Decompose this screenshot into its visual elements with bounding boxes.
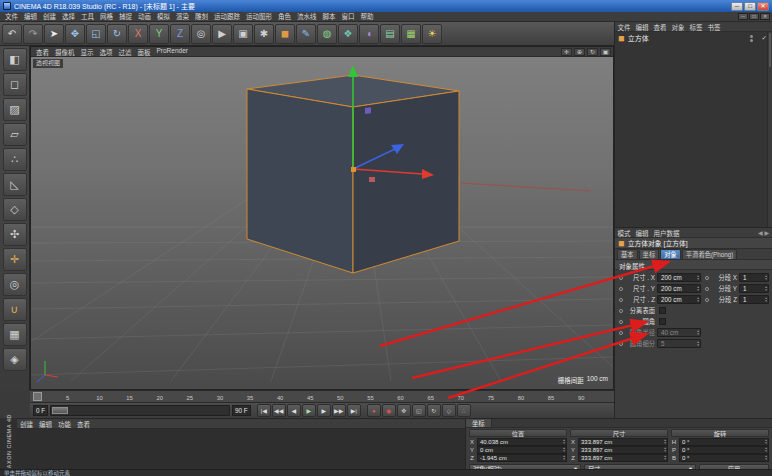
record-parameter-button[interactable]: ◇ (442, 404, 456, 417)
viewport-menu-item[interactable]: 面板 (135, 47, 154, 57)
goto-start-button[interactable]: |◀ (257, 404, 271, 417)
keyframe-dot-icon[interactable] (705, 298, 709, 302)
undo-icon[interactable]: ↶ (2, 24, 22, 44)
object-manager-menu-item[interactable]: 查看 (651, 22, 669, 32)
size-input[interactable]: 333.897 cm ▴▾ (578, 454, 668, 462)
segments-value[interactable]: 1 (743, 274, 765, 281)
size-input[interactable]: 333.897 cm ▴▾ (578, 438, 668, 446)
menu-item[interactable]: 动画 (135, 12, 154, 22)
light-icon[interactable]: ☀ (422, 24, 442, 44)
tweak-mode-icon[interactable]: ✣ (3, 223, 27, 246)
stepper-icon[interactable]: ▴▾ (697, 297, 699, 302)
previous-frame-button[interactable]: ◀ (287, 404, 301, 417)
menu-item[interactable]: 角色 (275, 12, 294, 22)
redo-icon[interactable]: ↷ (23, 24, 43, 44)
size-input[interactable]: 333.897 cm ▴▾ (578, 446, 668, 454)
texture-mode-icon[interactable]: ▨ (3, 98, 27, 121)
viewport-menu-item[interactable]: 显示 (78, 47, 97, 57)
size-value[interactable]: 200 cm (661, 285, 697, 292)
stepper-icon[interactable]: ▴▾ (664, 439, 666, 444)
stepper-icon[interactable]: ▴▾ (765, 439, 767, 444)
stepper-icon[interactable]: ▴▾ (765, 447, 767, 452)
timeline-ruler[interactable]: 051015202530354045505560657075808590 (30, 390, 614, 402)
workplane-mode-icon[interactable]: ▱ (3, 123, 27, 146)
position-value[interactable]: -1.945 cm (480, 455, 563, 461)
camera-icon[interactable]: ▦ (401, 24, 421, 44)
object-row[interactable]: ◼ 立方体 ✓ (615, 32, 772, 44)
stepper-icon[interactable]: ▴▾ (664, 447, 666, 452)
rotate-icon[interactable]: ↻ (107, 24, 127, 44)
menu-item[interactable]: 选择 (59, 12, 78, 22)
current-frame-field[interactable]: 0 F (33, 405, 48, 416)
make-editable-icon[interactable]: ◧ (3, 48, 27, 71)
stepper-icon[interactable]: ▴▾ (664, 455, 666, 460)
size-value[interactable]: 200 cm (661, 274, 697, 281)
model-mode-icon[interactable]: ◻ (3, 73, 27, 96)
previous-key-button[interactable]: ◀◀ (272, 404, 286, 417)
attribute-tab[interactable]: 对象 (660, 249, 681, 259)
deformer-icon[interactable]: ◖ (359, 24, 379, 44)
size-value[interactable]: 333.897 cm (581, 455, 664, 461)
menu-item[interactable]: 渲染 (173, 12, 192, 22)
snap-icon[interactable]: ∪ (3, 298, 27, 321)
zoom-view-icon[interactable]: ⊕ (574, 48, 585, 56)
menu-item[interactable]: 创建 (40, 12, 59, 22)
keyframe-dot-icon[interactable] (619, 320, 623, 324)
size-header[interactable]: 尺寸 (570, 429, 668, 437)
rotation-header[interactable]: 旋转 (671, 429, 769, 437)
menu-item[interactable]: 编辑 (21, 12, 40, 22)
record-scale-button[interactable]: ◱ (412, 404, 426, 417)
viewport-menu-item[interactable]: 过滤 (116, 47, 135, 57)
size-value[interactable]: 200 cm (661, 296, 697, 303)
subdivision-surface-icon[interactable]: ◍ (317, 24, 337, 44)
render-view-icon[interactable]: ▶ (212, 24, 232, 44)
timeline-slider-handle[interactable] (52, 407, 68, 414)
object-name[interactable]: 立方体 (628, 33, 747, 43)
stepper-icon[interactable]: ▴▾ (697, 286, 699, 291)
menu-item[interactable]: 文件 (2, 12, 21, 22)
menu-item[interactable]: 脚本 (320, 12, 339, 22)
object-manager-scrollbar[interactable] (767, 32, 772, 227)
viewport-menu-item[interactable]: 查看 (33, 47, 52, 57)
menu-item[interactable]: 帮助 (358, 12, 377, 22)
segments-input[interactable]: 1 ▴▾ (739, 295, 769, 304)
autokey-button[interactable]: ◉ (382, 404, 396, 417)
view-label[interactable]: 透视视图 (33, 59, 63, 68)
minimize-button[interactable]: ─ (731, 2, 743, 11)
menu-item[interactable]: 运动跟踪 (211, 12, 243, 22)
menu-item[interactable]: 雕刻 (192, 12, 211, 22)
x-axis-lock-icon[interactable]: X (128, 24, 148, 44)
enable-axis-icon[interactable]: ✛ (3, 248, 27, 271)
render-settings-icon[interactable]: ✱ (254, 24, 274, 44)
position-input[interactable]: 40.038 cm ▴▾ (477, 438, 567, 446)
play-button[interactable]: ▶ (302, 404, 316, 417)
rotation-value[interactable]: 0 ° (682, 455, 765, 461)
menu-item[interactable]: 运动图形 (243, 12, 275, 22)
goto-end-button[interactable]: ▶| (347, 404, 361, 417)
viewport-menu-item[interactable]: ProRender (154, 47, 191, 57)
maximize-button[interactable]: □ (744, 2, 756, 11)
object-manager-menu-item[interactable]: 书签 (705, 22, 723, 32)
menu-item[interactable]: 捕捉 (116, 12, 135, 22)
record-position-button[interactable]: ✥ (397, 404, 411, 417)
array-generator-icon[interactable]: ❖ (338, 24, 358, 44)
object-manager-menu-item[interactable]: 标签 (687, 22, 705, 32)
object-manager-menu-item[interactable]: 对象 (669, 22, 687, 32)
gizmo-center-handle[interactable] (351, 167, 356, 172)
doc-maximize-button[interactable]: □ (749, 13, 759, 20)
record-pla-button[interactable]: ∴ (457, 404, 471, 417)
segments-input[interactable]: 1 ▴▾ (739, 273, 769, 282)
attribute-tab[interactable]: 基本 (617, 249, 638, 259)
position-input[interactable]: -1.945 cm ▴▾ (477, 454, 567, 462)
menu-item[interactable]: 网格 (97, 12, 116, 22)
keyframe-dot-icon[interactable] (705, 276, 709, 280)
attribute-menu-item[interactable]: 模式 (615, 228, 633, 238)
current-frame-marker[interactable] (33, 392, 42, 401)
viewport-menu-item[interactable]: 选项 (97, 47, 116, 57)
size-input[interactable]: 200 cm ▴▾ (657, 295, 701, 304)
y-axis-lock-icon[interactable]: Y (149, 24, 169, 44)
live-selection-icon[interactable]: ➤ (44, 24, 64, 44)
rotation-input[interactable]: 0 ° ▴▾ (679, 438, 769, 446)
current-frame-value[interactable]: 0 F (36, 407, 45, 414)
rotation-value[interactable]: 0 ° (682, 447, 765, 453)
